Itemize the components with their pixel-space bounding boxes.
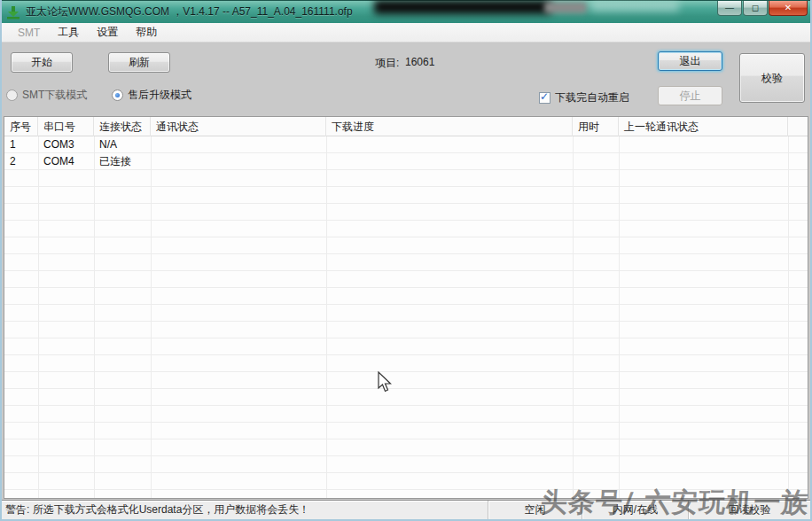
cell-no: 2 — [4, 153, 38, 170]
project-value: 16061 — [405, 56, 434, 68]
table-row[interactable]: 2 COM4 已连接 — [4, 153, 808, 170]
close-button[interactable]: ✕ — [769, 1, 808, 16]
radio-icon — [6, 89, 18, 101]
project-label: 项目: — [375, 56, 399, 71]
minimize-button[interactable]: — — [717, 1, 742, 16]
header-last-round-status[interactable]: 上一轮通讯状态 — [619, 117, 788, 136]
maximize-button[interactable]: ◻ — [743, 1, 768, 16]
status-warning: 警告: 所选下载方式会格式化Userdata分区，用户数据将会丢失！ — [2, 501, 488, 519]
window-controls: — ◻ ✕ — [716, 1, 808, 16]
cell-time — [573, 136, 619, 153]
menu-smt[interactable]: SMT — [9, 24, 49, 42]
cell-no: 1 — [4, 136, 38, 153]
column-separator — [326, 136, 327, 498]
cell-progress — [326, 153, 573, 170]
status-bar: 警告: 所选下载方式会格式化Userdata分区，用户数据将会丢失！ 空闲 内网… — [2, 500, 810, 519]
menu-tools[interactable]: 工具 — [49, 22, 88, 43]
app-window: 亚太论坛WWW.GSMQG.COM ，V1.4.17 -- A57_11_A.0… — [0, 0, 812, 521]
status-idle: 空闲 — [488, 501, 582, 519]
auto-reboot-label: 下载完自动重启 — [555, 90, 629, 105]
column-separator — [788, 136, 789, 498]
column-separator — [619, 136, 620, 498]
blur-artifact-light — [590, 2, 679, 12]
verify-button[interactable]: 校验 — [739, 53, 805, 103]
cell-connection: N/A — [94, 136, 151, 153]
radio-aftersale-label: 售后升级模式 — [128, 88, 191, 103]
cell-port: COM3 — [38, 136, 94, 153]
header-no[interactable]: 序号 — [4, 117, 38, 136]
cell-time — [573, 153, 619, 170]
cell-communication — [151, 136, 326, 153]
menu-bar: SMT 工具 设置 帮助 — [2, 23, 810, 43]
refresh-button[interactable]: 刷新 — [108, 52, 170, 73]
column-separator — [94, 136, 95, 498]
column-separator — [38, 136, 39, 498]
checkbox-checked-icon — [539, 92, 550, 104]
status-network: 内网/在线 — [582, 501, 689, 519]
radio-smt-label: SMT下载模式 — [22, 88, 87, 103]
header-time-used[interactable]: 用时 — [573, 117, 619, 136]
radio-selected-icon — [112, 89, 123, 101]
radio-smt-download-mode[interactable]: SMT下载模式 — [6, 88, 87, 103]
cell-communication — [151, 153, 326, 170]
auto-reboot-checkbox[interactable]: 下载完自动重启 — [539, 90, 629, 105]
blur-artifact-dark — [374, 0, 551, 14]
header-communication-status[interactable]: 通讯状态 — [151, 117, 326, 136]
cell-port: COM4 — [38, 153, 94, 170]
header-connection-status[interactable]: 连接状态 — [94, 117, 151, 136]
stop-button[interactable]: 停止 — [658, 86, 722, 105]
app-download-icon — [6, 5, 20, 19]
cell-connection: 已连接 — [94, 153, 151, 170]
radio-aftersale-upgrade-mode[interactable]: 售后升级模式 — [112, 88, 191, 103]
table-row[interactable]: 1 COM3 N/A — [4, 136, 808, 153]
column-separator — [151, 136, 152, 498]
start-button[interactable]: 开始 — [11, 52, 73, 73]
header-download-progress[interactable]: 下载进度 — [326, 117, 573, 136]
header-com-port[interactable]: 串口号 — [38, 117, 94, 136]
window-title: 亚太论坛WWW.GSMQG.COM ，V1.4.17 -- A57_11_A.0… — [26, 4, 353, 19]
table-body: 1 COM3 N/A 2 COM4 已连接 — [4, 136, 808, 498]
status-readback: 回读校验 — [689, 501, 810, 519]
ports-table: 序号 串口号 连接状态 通讯状态 下载进度 用时 上一轮通讯状态 1 COM3 … — [4, 116, 808, 499]
cell-last-status — [619, 153, 788, 170]
cell-progress — [326, 136, 573, 153]
cell-last-status — [619, 136, 788, 153]
menu-help[interactable]: 帮助 — [127, 22, 166, 43]
blur-artifact-gray — [544, 2, 587, 13]
exit-button[interactable]: 退出 — [658, 51, 722, 71]
menu-settings[interactable]: 设置 — [88, 22, 127, 43]
column-separator — [573, 136, 574, 498]
table-header: 序号 串口号 连接状态 通讯状态 下载进度 用时 上一轮通讯状态 — [4, 117, 808, 136]
